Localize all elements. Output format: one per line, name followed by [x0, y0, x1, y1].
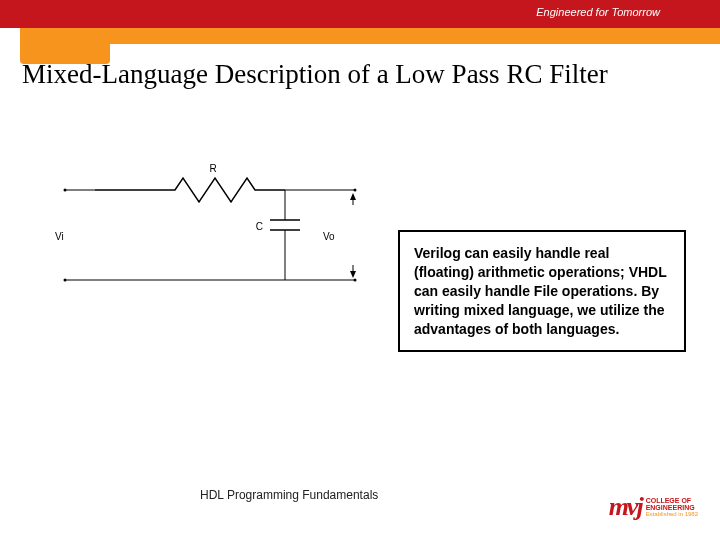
logo-mark: mvj: [609, 492, 642, 522]
svg-point-9: [354, 189, 357, 192]
footer-text: HDL Programming Fundamentals: [200, 488, 378, 502]
orange-accent-bar: [40, 28, 720, 44]
rc-circuit-diagram: Vi R C Vo: [55, 160, 375, 300]
svg-point-10: [354, 279, 357, 282]
callout-text: Verilog can easily handle real (floating…: [414, 245, 667, 337]
r-label: R: [209, 163, 216, 174]
vout-label: Vo: [323, 231, 335, 242]
svg-marker-14: [350, 271, 356, 278]
logo-line2: ENGINEERING: [646, 504, 698, 511]
page-title: Mixed-Language Description of a Low Pass…: [22, 58, 690, 90]
callout-box: Verilog can easily handle real (floating…: [398, 230, 686, 352]
header-tagline: Engineered for Tomorrow: [536, 6, 660, 18]
vin-label: Vi: [55, 231, 64, 242]
svg-point-1: [64, 189, 67, 192]
c-label: C: [256, 221, 263, 232]
svg-point-3: [64, 279, 67, 282]
logo-established: Established in 1982: [646, 511, 698, 517]
svg-marker-12: [350, 193, 356, 200]
mvj-logo: mvj COLLEGE OF ENGINEERING Established i…: [609, 492, 698, 522]
logo-line1: COLLEGE OF: [646, 497, 698, 504]
